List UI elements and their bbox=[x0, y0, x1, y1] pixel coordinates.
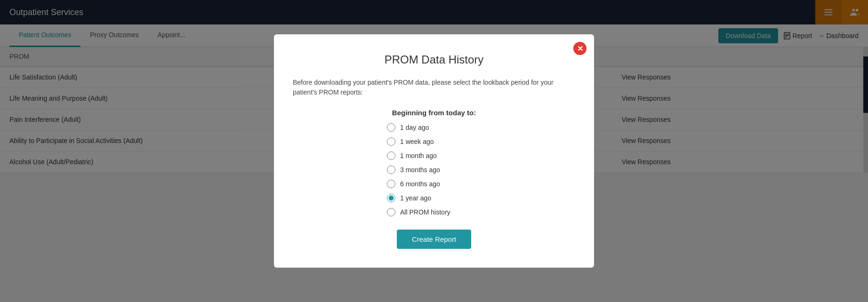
radio-input-allhistory[interactable] bbox=[387, 208, 395, 216]
radio-label-1year: 1 year ago bbox=[400, 194, 431, 202]
modal-close-button[interactable]: ✕ bbox=[573, 42, 587, 55]
radio-label-3months: 3 months ago bbox=[400, 166, 440, 174]
radio-label-1week: 1 week ago bbox=[400, 138, 434, 145]
radio-label-allhistory: All PROM history bbox=[400, 208, 450, 216]
prom-data-history-modal: ✕ PROM Data History Before downloading y… bbox=[274, 34, 594, 268]
radio-input-1week[interactable] bbox=[387, 137, 395, 146]
radio-label-1month: 1 month ago bbox=[400, 152, 437, 159]
modal-title: PROM Data History bbox=[293, 53, 575, 66]
create-report-button[interactable]: Create Report bbox=[397, 230, 471, 249]
radio-label-6months: 6 months ago bbox=[400, 180, 440, 188]
radio-option-1day[interactable]: 1 day ago bbox=[387, 123, 481, 132]
modal-footer: Create Report bbox=[293, 230, 575, 249]
radio-option-1week[interactable]: 1 week ago bbox=[387, 137, 481, 146]
radio-input-6months[interactable] bbox=[387, 180, 395, 188]
radio-input-1day[interactable] bbox=[387, 123, 395, 132]
modal-overlay: ✕ PROM Data History Before downloading y… bbox=[0, 0, 868, 302]
radio-option-1month[interactable]: 1 month ago bbox=[387, 151, 481, 160]
modal-section-label: Beginning from today to: bbox=[293, 109, 575, 117]
radio-input-1month[interactable] bbox=[387, 151, 395, 160]
radio-option-3months[interactable]: 3 months ago bbox=[387, 166, 481, 174]
radio-option-1year[interactable]: 1 year ago bbox=[387, 194, 481, 202]
modal-description: Before downloading your patient's PROM d… bbox=[293, 78, 575, 97]
radio-option-allhistory[interactable]: All PROM history bbox=[387, 208, 481, 216]
lookback-options: 1 day ago1 week ago1 month ago3 months a… bbox=[293, 123, 575, 216]
radio-label-1day: 1 day ago bbox=[400, 124, 429, 131]
radio-input-3months[interactable] bbox=[387, 166, 395, 174]
radio-input-1year[interactable] bbox=[387, 194, 395, 202]
radio-option-6months[interactable]: 6 months ago bbox=[387, 180, 481, 188]
